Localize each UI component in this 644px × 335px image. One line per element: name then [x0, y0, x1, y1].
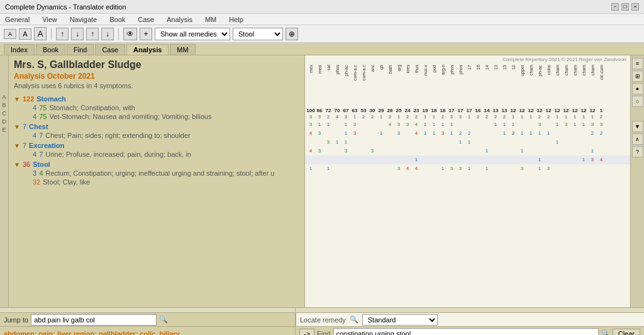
column-header: phos [333, 64, 341, 108]
show-remedies-dropdown[interactable]: Show all remedies [155, 28, 230, 40]
menu-general[interactable]: General [3, 16, 32, 23]
side-btn-6[interactable]: ∧ [632, 133, 643, 145]
tab-mm[interactable]: MM [170, 44, 195, 55]
grid-cell: 2 [588, 129, 597, 138]
grid-cell: 1 [500, 120, 509, 129]
score-cell: 23 [412, 108, 421, 113]
grid-cell [491, 156, 500, 164]
arrow-down2-button[interactable]: ↓ [101, 28, 114, 40]
standard-dropdown[interactable]: Standard [362, 314, 438, 326]
side-btn-3[interactable]: ● [632, 83, 643, 94]
row1-text[interactable]: Stomach; Constipation, with [49, 104, 135, 111]
row2-text[interactable]: Vet-Stomach; Nausea and vomiting; Vomiti… [49, 113, 211, 120]
jump-tag-search-icon[interactable]: 🔍 [159, 315, 168, 324]
grid-container[interactable]: mexmedsalphosph-accom-a.ccom-a.cancqbbat… [305, 64, 630, 305]
grid-cell [333, 147, 341, 156]
eye-button[interactable]: 👁 [123, 28, 137, 40]
score-cell: 13 [500, 108, 509, 113]
side-btn-5[interactable]: ▼ [632, 121, 643, 132]
score-cell: 53 [359, 108, 368, 113]
column-header: 16 [474, 64, 482, 108]
row1-num2: 75 [39, 104, 47, 111]
column-header: phos [456, 64, 465, 108]
tab-book[interactable]: Book [36, 44, 65, 55]
find-input[interactable] [333, 328, 599, 336]
grid-cell [544, 120, 553, 129]
grid-cell [597, 164, 606, 173]
bottom-bar: abdomen; pain; liver region; gallbladder… [0, 326, 295, 335]
side-btn-4[interactable]: ○ [632, 96, 643, 107]
grid-cell: 4 [306, 147, 315, 156]
plus-button[interactable]: + [140, 28, 152, 40]
grid-cell: 3 [588, 120, 597, 129]
arrow-up2-button[interactable]: ↑ [86, 28, 99, 40]
font-large-button[interactable]: A [34, 27, 47, 40]
tab-find[interactable]: Find [67, 44, 94, 55]
grid-cell [368, 156, 377, 164]
menu-navigate[interactable]: Navigate [67, 16, 99, 23]
tab-case[interactable]: Case [95, 44, 125, 55]
letter-e[interactable]: E [2, 126, 6, 133]
right-scrollbar[interactable] [296, 307, 644, 312]
grid-cell [491, 147, 500, 156]
circle-button[interactable]: ⊕ [286, 28, 298, 40]
sub-score-cell: 4 [333, 114, 341, 120]
side-btn-1[interactable]: ≡ [632, 58, 643, 69]
grid-cell: 3 [350, 129, 359, 138]
grid-cell [341, 156, 350, 164]
maximize-button[interactable]: □ [621, 3, 629, 11]
grid-cell: 4 [597, 156, 606, 164]
menu-book[interactable]: Book [107, 16, 128, 23]
patient-name: Mrs. S, Gallbladder Sludge [14, 59, 299, 71]
letter-c[interactable]: C [2, 110, 6, 117]
jump-input[interactable] [31, 314, 157, 326]
stool-dropdown[interactable]: Stool [233, 28, 283, 40]
menu-analysis[interactable]: Analysis [164, 16, 195, 23]
side-btn-7[interactable]: ? [632, 146, 643, 157]
font-medium-button[interactable]: A [19, 28, 31, 40]
grid-cell: 3 [456, 164, 465, 173]
grid-cell [526, 164, 535, 173]
grid-cell: 3 [306, 120, 315, 129]
analysis-date: Analysis October 2021 [14, 72, 299, 81]
stool-expand-icon[interactable]: ▼ [14, 161, 20, 168]
excreation-expand-icon[interactable]: ▼ [14, 142, 20, 149]
chest-row-text[interactable]: Chest; Pain; sides; right; extending to;… [45, 132, 191, 139]
grid-cell: 2 [465, 129, 474, 138]
stomach-count: 122 [23, 95, 34, 103]
grid-cell [421, 164, 430, 173]
letter-b[interactable]: B [2, 101, 6, 109]
side-btn-2[interactable]: ⊞ [632, 71, 643, 82]
stool-row2-text[interactable]: Stool; Clay, like [43, 178, 90, 186]
grid-cell [474, 129, 482, 138]
grid-cell [438, 156, 447, 164]
font-small-button[interactable]: A [4, 29, 16, 39]
menu-view[interactable]: View [40, 16, 60, 23]
stool-row1-text[interactable]: Rectum; Constipation; urging; ineffectua… [45, 169, 274, 177]
menu-help[interactable]: Help [226, 16, 246, 23]
grid-cell [306, 156, 315, 164]
tab-analysis[interactable]: Analysis [126, 44, 169, 55]
window-controls: − □ × [611, 3, 639, 11]
score-cell: 12 [535, 108, 544, 113]
grid-cell: 3 [447, 164, 456, 173]
grid-cell [430, 156, 438, 164]
close-button[interactable]: × [631, 3, 639, 11]
grid-cell [447, 147, 456, 156]
minimize-button[interactable]: − [611, 3, 619, 11]
arrow-down1-button[interactable]: ↓ [71, 28, 84, 40]
stomach-expand-icon[interactable]: ▼ [14, 96, 20, 103]
arrow-button[interactable]: -> [299, 329, 314, 336]
letter-a[interactable]: A [2, 93, 6, 101]
grid-cell: 1 [518, 129, 526, 138]
exc-row-text[interactable]: Urine; Profuse, increased; pain, during;… [45, 150, 191, 158]
chest-expand-icon[interactable]: ▼ [14, 123, 20, 130]
grid-cell [562, 147, 570, 156]
left-scrollbar[interactable] [0, 307, 295, 312]
letter-d[interactable]: D [2, 118, 6, 125]
menu-case[interactable]: Case [135, 16, 157, 23]
clear-button[interactable]: Clear [613, 329, 640, 336]
menu-mm[interactable]: MM [203, 16, 219, 23]
arrow-up1-button[interactable]: ↑ [56, 28, 69, 40]
tab-index[interactable]: Index [4, 44, 35, 55]
